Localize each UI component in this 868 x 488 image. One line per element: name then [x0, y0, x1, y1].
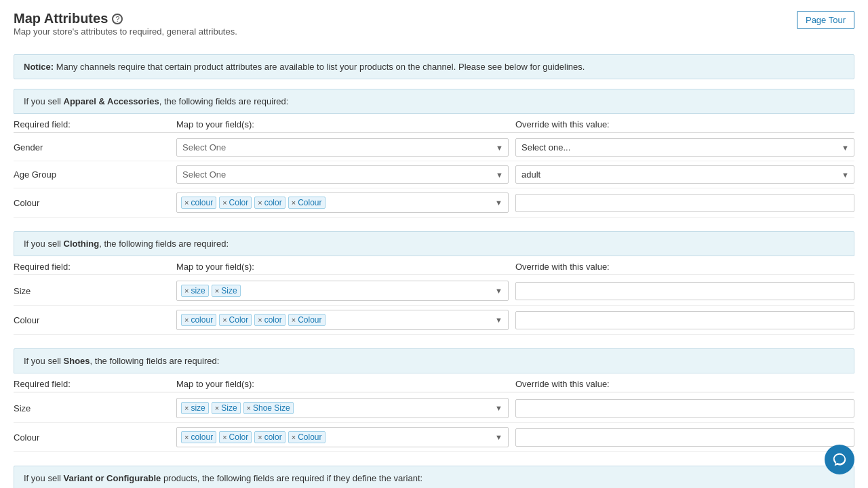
- field-override-apparel-2[interactable]: [515, 194, 854, 212]
- field-override-clothing-0[interactable]: [515, 282, 854, 300]
- field-override-shoes-1[interactable]: [515, 428, 854, 447]
- tag-remove-shoes-1-3[interactable]: ×: [292, 434, 296, 441]
- fields-header-clothing: Required field: Map to your field(s): Ov…: [14, 256, 854, 275]
- field-row-apparel-2: Colour×colour×Color×color×Colour▼: [14, 188, 854, 218]
- section-header-clothing: If you sell Clothing, the following fiel…: [14, 231, 854, 256]
- tag-remove-clothing-1-0[interactable]: ×: [184, 317, 189, 324]
- field-map-apparel-2[interactable]: ×colour×Color×color×Colour▼: [176, 192, 515, 213]
- field-row-apparel-1: Age GroupSelect One▼Select one...adultki…: [14, 161, 854, 188]
- tag-shoes-1-1: ×Color: [219, 431, 252, 443]
- notice-text: Many channels require that certain produ…: [54, 62, 585, 72]
- section-header-apparel: If you sell Apparel & Accessories, the f…: [14, 89, 854, 114]
- tag-remove-clothing-0-0[interactable]: ×: [184, 287, 189, 295]
- page-tour-button[interactable]: Page Tour: [797, 11, 854, 29]
- chevron-down-icon: ▼: [495, 287, 502, 295]
- override-input-clothing-0[interactable]: [515, 282, 854, 300]
- field-label-clothing-0: Size: [14, 286, 176, 296]
- field-override-apparel-0[interactable]: Select one...MaleFemaleUnisex▼: [515, 138, 854, 157]
- tag-label-shoes-1-2: color: [264, 432, 282, 442]
- chevron-down-icon: ▼: [495, 404, 502, 412]
- tag-label-shoes-1-3: Colour: [298, 432, 321, 442]
- tags-select-apparel-2[interactable]: ×colour×Color×color×Colour▼: [176, 192, 509, 213]
- field-label-apparel-0: Gender: [14, 142, 176, 152]
- tags-select-clothing-1[interactable]: ×colour×Color×color×Colour▼: [176, 310, 509, 330]
- field-map-apparel-0[interactable]: Select One▼: [176, 138, 515, 157]
- section-variant: If you sell Variant or Configurable prod…: [14, 466, 854, 488]
- chat-button[interactable]: [825, 445, 854, 474]
- tag-remove-clothing-1-3[interactable]: ×: [292, 317, 296, 324]
- col-override-apparel: Override with this value:: [515, 119, 854, 129]
- tag-remove-clothing-0-1[interactable]: ×: [215, 287, 219, 295]
- tag-label-clothing-0-0: size: [191, 286, 205, 296]
- section-shoes: If you sell Shoes, the following fields …: [14, 348, 854, 452]
- field-map-shoes-1[interactable]: ×colour×Color×color×Colour▼: [176, 427, 515, 447]
- map-select-apparel-1[interactable]: Select One: [176, 165, 509, 184]
- field-label-clothing-1: Colour: [14, 315, 176, 325]
- override-input-apparel-2[interactable]: [515, 194, 854, 212]
- tag-label-clothing-1-2: color: [264, 315, 282, 325]
- chevron-down-icon: ▼: [495, 199, 502, 207]
- field-override-apparel-1[interactable]: Select one...adultkids▼: [515, 165, 854, 184]
- page-header: Map Attributes ? Map your store's attrib…: [14, 11, 854, 47]
- field-label-shoes-0: Size: [14, 403, 176, 413]
- field-label-shoes-1: Colour: [14, 432, 176, 443]
- tag-label-shoes-1-0: colour: [191, 432, 213, 442]
- tag-remove-apparel-2-3[interactable]: ×: [292, 199, 296, 207]
- section-header-shoes: If you sell Shoes, the following fields …: [14, 348, 854, 373]
- field-row-apparel-0: GenderSelect One▼Select one...MaleFemale…: [14, 134, 854, 161]
- chevron-down-icon: ▼: [495, 433, 502, 441]
- field-override-shoes-0[interactable]: [515, 399, 854, 418]
- tag-apparel-2-0: ×colour: [181, 197, 216, 209]
- tag-clothing-1-2: ×color: [254, 314, 285, 326]
- tag-shoes-0-0: ×size: [181, 402, 209, 414]
- override-input-shoes-1[interactable]: [515, 428, 854, 447]
- col-override-clothing: Override with this value:: [515, 262, 854, 272]
- tag-remove-shoes-1-0[interactable]: ×: [184, 434, 189, 441]
- tag-remove-apparel-2-2[interactable]: ×: [258, 199, 262, 207]
- page-subtitle: Map your store's attributes to required,…: [14, 26, 237, 37]
- override-input-shoes-0[interactable]: [515, 399, 854, 418]
- tag-remove-apparel-2-1[interactable]: ×: [222, 199, 226, 207]
- tag-remove-shoes-1-1[interactable]: ×: [222, 434, 226, 441]
- map-select-apparel-0[interactable]: Select One: [176, 138, 509, 157]
- override-select-apparel-1[interactable]: Select one...adultkids: [515, 165, 854, 184]
- override-input-clothing-1[interactable]: [515, 311, 854, 329]
- help-icon[interactable]: ?: [112, 14, 123, 24]
- field-map-clothing-1[interactable]: ×colour×Color×color×Colour▼: [176, 310, 515, 330]
- field-label-apparel-2: Colour: [14, 198, 176, 208]
- tag-shoes-0-1: ×Size: [212, 402, 241, 414]
- section-clothing: If you sell Clothing, the following fiel…: [14, 231, 854, 335]
- tag-remove-clothing-1-1[interactable]: ×: [222, 317, 226, 324]
- tag-apparel-2-3: ×Colour: [288, 197, 326, 209]
- field-map-clothing-0[interactable]: ×size×Size▼: [176, 281, 515, 301]
- col-required-clothing: Required field:: [14, 262, 176, 272]
- tag-remove-shoes-0-2[interactable]: ×: [247, 405, 251, 412]
- col-override-shoes: Override with this value:: [515, 379, 854, 389]
- field-row-clothing-0: Size×size×Size▼: [14, 277, 854, 306]
- notice-box: Notice: Many channels require that certa…: [14, 54, 854, 79]
- tags-select-shoes-0[interactable]: ×size×Size×Shoe Size▼: [176, 398, 509, 418]
- tag-label-shoes-0-2: Shoe Size: [253, 403, 290, 413]
- tag-shoes-1-3: ×Colour: [288, 431, 326, 443]
- tag-remove-shoes-0-0[interactable]: ×: [184, 405, 189, 412]
- tags-select-clothing-0[interactable]: ×size×Size▼: [176, 281, 509, 301]
- col-map-apparel: Map to your field(s):: [176, 119, 515, 129]
- field-map-shoes-0[interactable]: ×size×Size×Shoe Size▼: [176, 398, 515, 418]
- page-title: Map Attributes: [14, 11, 108, 26]
- tag-remove-shoes-1-2[interactable]: ×: [258, 434, 262, 441]
- tags-select-shoes-1[interactable]: ×colour×Color×color×Colour▼: [176, 427, 509, 447]
- tag-shoes-1-0: ×colour: [181, 431, 216, 443]
- field-override-clothing-1[interactable]: [515, 311, 854, 329]
- field-map-apparel-1[interactable]: Select One▼: [176, 165, 515, 184]
- col-map-clothing: Map to your field(s):: [176, 262, 515, 272]
- tag-remove-apparel-2-0[interactable]: ×: [184, 199, 189, 207]
- tag-shoes-1-2: ×color: [254, 431, 285, 443]
- override-select-apparel-0[interactable]: Select one...MaleFemaleUnisex: [515, 138, 854, 157]
- tag-label-apparel-2-0: colour: [191, 198, 213, 207]
- tag-remove-shoes-0-1[interactable]: ×: [215, 405, 219, 412]
- tag-label-clothing-0-1: Size: [221, 286, 237, 296]
- tag-remove-clothing-1-2[interactable]: ×: [258, 317, 262, 324]
- tag-clothing-0-0: ×size: [181, 285, 209, 297]
- section-header-variant: If you sell Variant or Configurable prod…: [14, 466, 854, 488]
- tag-label-shoes-0-1: Size: [221, 403, 237, 413]
